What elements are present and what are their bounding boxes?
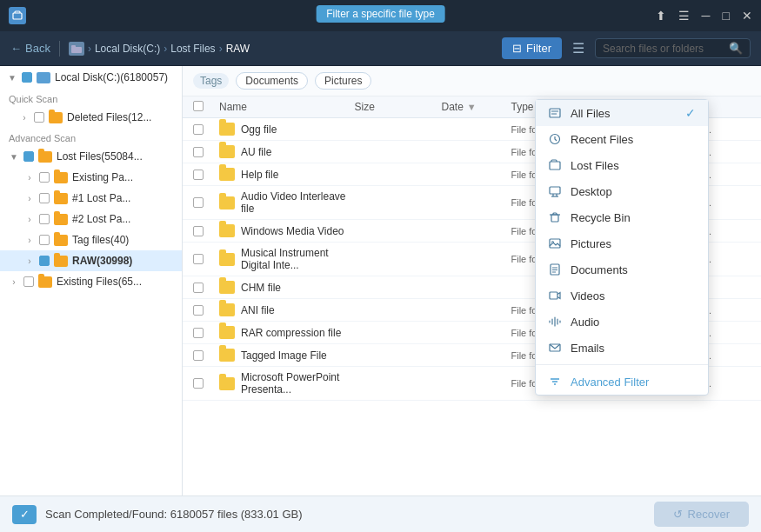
all-files-icon — [548, 106, 562, 120]
dropdown-audio[interactable]: Audio — [536, 309, 708, 335]
lost-folder-icon — [38, 151, 52, 163]
menu-icon[interactable]: ☰ — [678, 9, 690, 23]
back-button[interactable]: ← Back — [10, 42, 50, 55]
dropdown-pictures[interactable]: Pictures — [536, 230, 708, 256]
status-text: Scan Completed/Found: 6180057 files (833… — [45, 508, 303, 521]
minimize-icon[interactable]: ─ — [702, 9, 711, 23]
row-checkbox[interactable] — [193, 226, 219, 236]
recover-label: Recover — [688, 508, 730, 521]
ep-label: Existing Pa... — [72, 171, 133, 183]
ep-folder-icon — [54, 172, 68, 183]
sidebar-item-2lost-pa[interactable]: › #2 Lost Pa... — [0, 209, 182, 229]
row-checkbox[interactable] — [193, 350, 219, 361]
documents-icon — [548, 263, 562, 276]
th-name: Name — [219, 101, 355, 113]
hdd-icon — [37, 72, 50, 83]
dropdown-desktop[interactable]: Desktop — [536, 178, 708, 204]
dropdown-emails[interactable]: Emails — [536, 335, 708, 361]
row-checkbox[interactable] — [193, 283, 219, 293]
dropdown-videos[interactable]: Videos — [536, 283, 708, 309]
dropdown-lost-files[interactable]: Lost Files — [536, 152, 708, 178]
row-name: Windows Media Video — [219, 224, 355, 237]
back-label: Back — [25, 42, 50, 55]
row-folder-icon — [219, 224, 235, 237]
all-files-checkmark: ✓ — [685, 106, 696, 120]
dropdown-recycle-bin[interactable]: Recycle Bin — [536, 204, 708, 230]
filter-button[interactable]: ⊟ Filter — [502, 37, 562, 59]
row-checkbox[interactable] — [193, 124, 219, 135]
breadcrumb-disk[interactable]: Local Disk(C:) — [95, 43, 160, 55]
sidebar-item-existing-files[interactable]: › Existing Files(65... — [0, 271, 182, 292]
2lp-checkbox[interactable] — [39, 214, 50, 224]
recycle-bin-label: Recycle Bin — [571, 211, 631, 224]
row-name-text: RAR compression file — [241, 327, 341, 339]
row-checkbox[interactable] — [193, 170, 219, 180]
th-size: Size — [355, 101, 442, 113]
deleted-folder-icon — [49, 112, 63, 123]
row-name: AU file — [219, 145, 355, 158]
recycle-bin-icon — [548, 210, 562, 224]
sidebar-root[interactable]: ▼ Local Disk(C:)(6180057) — [0, 66, 182, 89]
lost-checkbox[interactable] — [23, 151, 34, 162]
raw-label: RAW(30998) — [72, 255, 132, 267]
sidebar-item-1lost-pa[interactable]: › #1 Lost Pa... — [0, 188, 182, 209]
window-controls[interactable]: ⬆ ☰ ─ □ ✕ — [656, 9, 752, 23]
deleted-checkbox[interactable] — [34, 112, 44, 123]
app-icon — [9, 7, 26, 24]
sidebar-item-lost-files[interactable]: ▼ Lost Files(55084... — [0, 146, 182, 167]
documents-label: Documents — [571, 263, 628, 276]
search-input[interactable] — [603, 43, 724, 55]
videos-icon — [548, 289, 562, 303]
row-checkbox[interactable] — [193, 197, 219, 208]
dropdown-recent-files[interactable]: Recent Files — [536, 126, 708, 152]
toolbar: ← Back › Local Disk(C:) › Lost Files › R… — [0, 31, 761, 66]
sidebar-item-existing-pa[interactable]: › Existing Pa... — [0, 167, 182, 188]
sidebar-item-tag-files[interactable]: › Tag files(40) — [0, 229, 182, 250]
row-checkbox[interactable] — [193, 305, 219, 316]
raw-checkbox[interactable] — [39, 256, 50, 266]
ef-expand-icon: › — [9, 276, 19, 287]
tf-expand-icon: › — [24, 235, 35, 245]
maximize-icon[interactable]: □ — [723, 9, 730, 23]
dropdown-all-files[interactable]: All Files ✓ — [536, 100, 708, 126]
row-checkbox[interactable] — [193, 147, 219, 157]
breadcrumb-lost[interactable]: Lost Files — [170, 43, 215, 55]
share-icon[interactable]: ⬆ — [656, 9, 666, 23]
1lp-checkbox[interactable] — [39, 193, 50, 203]
close-icon[interactable]: ✕ — [742, 9, 752, 23]
2lp-expand-icon: › — [24, 214, 35, 224]
sidebar-item-deleted[interactable]: › Deleted Files(12... — [0, 107, 182, 128]
root-checkbox[interactable] — [22, 72, 32, 83]
recent-files-icon — [548, 132, 562, 146]
advanced-scan-label: Advanced Scan — [0, 128, 182, 146]
ep-checkbox[interactable] — [39, 172, 50, 183]
pictures-tag-button[interactable]: Pictures — [315, 72, 371, 90]
dropdown-documents[interactable]: Documents — [536, 256, 708, 283]
documents-tag-button[interactable]: Documents — [236, 72, 308, 90]
row-name: Tagged Image File — [219, 349, 355, 362]
svg-rect-14 — [550, 239, 560, 248]
row-name-text: AU file — [241, 146, 271, 158]
ep-expand-icon: › — [24, 172, 35, 183]
lost-expand-icon: ▼ — [9, 151, 19, 162]
breadcrumb-raw[interactable]: RAW — [226, 43, 250, 55]
recover-button[interactable]: ↺ Recover — [654, 502, 749, 527]
breadcrumb-sep1: › — [88, 43, 91, 55]
row-checkbox[interactable] — [193, 378, 219, 389]
row-checkbox[interactable] — [193, 254, 219, 264]
dropdown-advanced-filter[interactable]: Advanced Filter — [536, 369, 708, 395]
row-checkbox[interactable] — [193, 328, 219, 338]
sidebar-item-raw[interactable]: › RAW(30998) — [0, 250, 182, 271]
2lp-folder-icon — [54, 214, 68, 225]
recover-icon: ↺ — [673, 508, 683, 521]
row-name-text: ANI file — [241, 304, 275, 316]
tf-checkbox[interactable] — [39, 235, 50, 245]
ef-label: Existing Files(65... — [57, 276, 142, 288]
view-menu-button[interactable]: ☰ — [569, 37, 588, 60]
search-icon[interactable]: 🔍 — [729, 42, 743, 55]
row-name-text: Musical Instrument Digital Inte... — [241, 247, 355, 271]
breadcrumb-sep3: › — [219, 43, 223, 55]
ef-checkbox[interactable] — [23, 276, 34, 287]
breadcrumb: › Local Disk(C:) › Lost Files › RAW — [69, 42, 250, 56]
lost-files-icon — [548, 158, 562, 172]
